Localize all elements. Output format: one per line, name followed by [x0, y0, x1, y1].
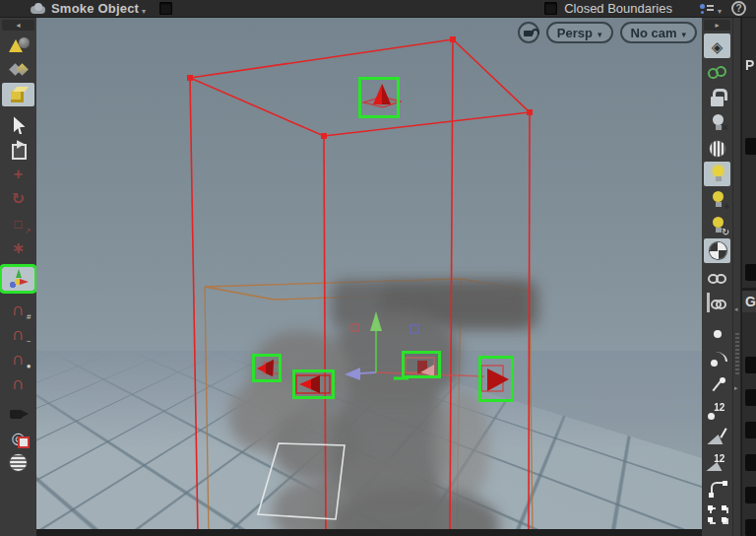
parameter-field[interactable] — [745, 519, 756, 536]
parameter-field[interactable] — [745, 264, 756, 281]
corner-handle-icon — [707, 478, 728, 498]
splitter-arrow-left-icon[interactable]: ◂ — [734, 305, 738, 313]
point-number-button[interactable]: 12 — [704, 398, 730, 423]
lock-icon — [707, 88, 728, 107]
translate-tool-icon: + — [8, 165, 30, 184]
point-trail-button[interactable] — [704, 347, 730, 371]
select-arrow-icon — [8, 115, 30, 135]
lights-on-icon — [707, 165, 728, 184]
camera-label: No cam — [631, 26, 677, 40]
display-options-icon — [8, 453, 30, 473]
parameter-field[interactable] — [745, 454, 756, 471]
operation-toolbar: Smoke Object ▾ Closed Boundaries ▾ ? — [0, 0, 756, 18]
glasses-icon — [707, 267, 728, 287]
projection-menu[interactable]: Persp — [546, 22, 613, 43]
material-sphere-button[interactable] — [704, 238, 730, 263]
display-cube-icon — [8, 85, 30, 104]
snap-curve-button[interactable]: ∩~ — [2, 322, 34, 346]
help-icon[interactable]: ? — [731, 1, 746, 16]
pose-tool-button[interactable]: ∗ — [2, 236, 34, 260]
operation-checkbox[interactable] — [159, 2, 172, 15]
snap-curve-icon: ∩~ — [8, 324, 30, 344]
headlight-icon — [707, 139, 728, 159]
headlight-button[interactable] — [704, 136, 730, 161]
marquee-button[interactable] — [704, 501, 730, 525]
scale-tool-button[interactable]: □↗ — [2, 212, 34, 235]
panel-splitter[interactable]: ◂ ▸ — [732, 18, 741, 536]
closed-boundaries-label: Closed Boundaries — [564, 1, 672, 16]
snap-grid-icon: ∩# — [8, 300, 30, 319]
translate-tool-button[interactable]: + — [2, 163, 34, 186]
camera-tool-button[interactable] — [2, 402, 34, 426]
pose-tool-icon: ∗ — [8, 238, 30, 258]
display-cube-button[interactable] — [2, 83, 34, 106]
prim-number-icon: 12 — [707, 452, 728, 472]
lights-off-button[interactable]: × — [704, 110, 730, 135]
select-arrow-button[interactable] — [2, 113, 34, 137]
parameter-field[interactable] — [745, 422, 756, 438]
selection-box-a — [252, 354, 282, 382]
select-object-button[interactable] — [2, 138, 34, 162]
panel-section-label-1: P — [745, 57, 754, 73]
parameter-dialog-icon[interactable] — [698, 2, 714, 16]
parameter-field[interactable] — [745, 138, 756, 155]
point-trail-icon — [707, 350, 728, 369]
corner-handle-button[interactable] — [704, 475, 730, 500]
collapse-right-toolbar-button[interactable]: ▸ — [704, 20, 730, 31]
camera-tool-icon — [8, 404, 30, 424]
camera-menu[interactable]: No cam — [620, 22, 698, 43]
point-number-icon: 12 — [707, 401, 728, 421]
smoke-object-icon — [31, 3, 46, 15]
show-guides-icon — [707, 62, 728, 82]
viewport-camera-controls: Persp No cam — [518, 22, 697, 43]
axis-gizmo-button[interactable] — [2, 267, 34, 291]
splitter-arrow-right-icon[interactable]: ▸ — [734, 384, 738, 392]
prim-pin-icon — [707, 427, 728, 446]
scene-viewport[interactable]: Persp No cam — [36, 18, 702, 536]
stereo-glasses-button[interactable] — [704, 290, 730, 314]
projection-label: Persp — [557, 26, 593, 40]
snap-grid-button[interactable]: ∩# — [2, 298, 34, 321]
parameter-dialog-caret-icon[interactable]: ▾ — [718, 7, 722, 16]
add-light-icon: + — [707, 190, 728, 210]
scale-tool-icon: □↗ — [8, 214, 30, 234]
parameter-field[interactable] — [745, 357, 756, 373]
add-light-button[interactable]: + — [704, 187, 730, 212]
snap-magnet-button[interactable]: ∩ — [2, 371, 34, 395]
operation-menu-caret-icon[interactable]: ▾ — [142, 7, 146, 16]
selection-box-c — [402, 351, 441, 378]
prim-number-button[interactable]: 12 — [704, 449, 730, 474]
display-points-button[interactable] — [2, 58, 34, 82]
material-sphere-icon — [707, 241, 728, 261]
parameter-field[interactable] — [745, 389, 756, 406]
pin-button[interactable] — [704, 372, 730, 397]
points-display-button[interactable]: ◈ — [704, 34, 730, 58]
rotate-tool-button[interactable]: ↻ — [2, 187, 34, 211]
axis-gizmo-icon — [8, 269, 30, 289]
closed-boundaries-checkbox[interactable] — [544, 2, 557, 15]
lights-on-button[interactable] — [704, 162, 730, 186]
render-region-button[interactable]: ◎ — [2, 427, 34, 450]
selection-box-top — [358, 77, 400, 118]
prim-pin-button[interactable] — [704, 424, 730, 448]
display-cone-button[interactable] — [2, 34, 34, 57]
snap-point-button[interactable]: ∩● — [2, 347, 34, 370]
splitter-handle[interactable] — [735, 331, 739, 374]
select-object-icon — [8, 140, 30, 160]
lock-camera-icon[interactable] — [518, 22, 539, 43]
collapse-left-toolbar-button[interactable]: ◂ — [2, 20, 34, 31]
point-icon — [707, 324, 728, 344]
parameters-panel: P G — [741, 18, 756, 536]
point-button[interactable] — [704, 321, 730, 346]
show-guides-button[interactable] — [704, 59, 730, 84]
chevron-down-icon — [598, 26, 602, 40]
operation-title[interactable]: Smoke Object — [51, 1, 139, 16]
stereo-glasses-icon — [707, 293, 728, 312]
lock-button[interactable] — [704, 85, 730, 109]
orbit-light-button[interactable]: ↻ — [704, 213, 730, 237]
glasses-button[interactable] — [704, 264, 730, 289]
parameter-field[interactable] — [745, 487, 756, 503]
display-options-button[interactable] — [2, 451, 34, 475]
display-points-icon — [8, 60, 30, 80]
snap-magnet-icon: ∩ — [8, 373, 30, 393]
